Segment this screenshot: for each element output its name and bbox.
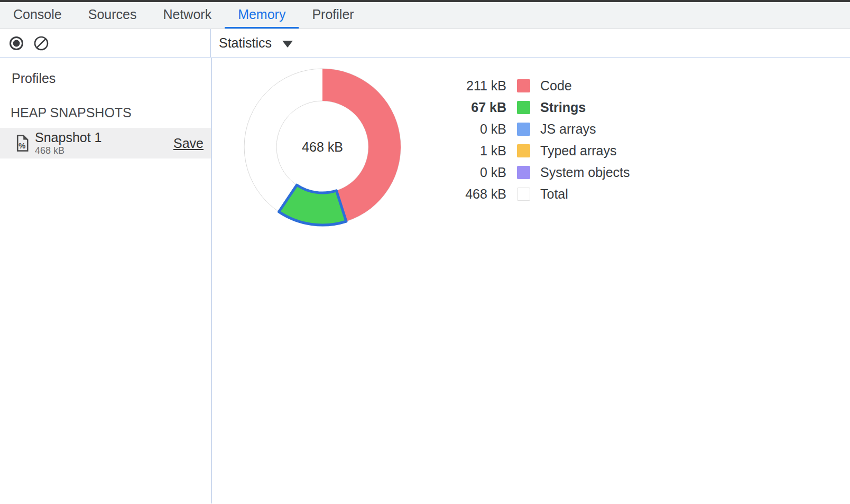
toolbar-right-section: Statistics xyxy=(211,29,850,57)
legend-size-strings: 67 kB xyxy=(454,100,506,115)
legend-row-typed-arrays[interactable]: 1 kBTyped arrays xyxy=(454,140,630,162)
legend-color-swatch-code xyxy=(517,79,530,92)
legend-label-code: Code xyxy=(540,78,572,94)
profiles-sidebar: Profiles HEAP SNAPSHOTS % Snapshot 1 468… xyxy=(0,58,212,503)
legend-color-swatch-total xyxy=(517,188,530,201)
panel-tabbar: Console Sources Network Memory Profiler xyxy=(0,2,850,29)
donut-chart[interactable] xyxy=(243,68,402,226)
heap-snapshot-file-icon: % xyxy=(16,135,29,152)
statistics-view: 468 kB 211 kBCode67 kBStrings0 kBJS arra… xyxy=(212,58,850,503)
donut-slice-strings[interactable] xyxy=(279,185,346,225)
legend-label-typed-arrays: Typed arrays xyxy=(540,143,617,158)
legend-label-total: Total xyxy=(540,186,568,202)
snapshot-size: 468 kB xyxy=(35,146,173,155)
chart-legend: 211 kBCode67 kBStrings0 kBJS arrays1 kBT… xyxy=(454,75,630,205)
memory-toolbar: Statistics xyxy=(0,29,850,58)
perspective-select-value: Statistics xyxy=(219,35,272,51)
legend-size-js-arrays: 0 kB xyxy=(454,122,506,137)
chevron-down-icon xyxy=(282,41,293,48)
save-snapshot-link[interactable]: Save xyxy=(173,136,204,151)
svg-text:%: % xyxy=(19,141,25,150)
legend-color-swatch-system-objects xyxy=(517,166,530,179)
tab-sources[interactable]: Sources xyxy=(75,2,150,29)
clear-profiles-button[interactable] xyxy=(34,36,49,51)
heap-snapshots-section-title: HEAP SNAPSHOTS xyxy=(0,105,211,120)
legend-label-system-objects: System objects xyxy=(540,165,630,180)
legend-row-code[interactable]: 211 kBCode xyxy=(454,75,630,97)
tab-network[interactable]: Network xyxy=(150,2,225,29)
panel-content: Profiles HEAP SNAPSHOTS % Snapshot 1 468… xyxy=(0,58,850,503)
tab-profiler[interactable]: Profiler xyxy=(299,2,367,29)
snapshot-text: Snapshot 1 468 kB xyxy=(35,131,173,155)
legend-size-total: 468 kB xyxy=(454,186,506,202)
legend-row-system-objects[interactable]: 0 kBSystem objects xyxy=(454,162,630,183)
legend-label-js-arrays: JS arrays xyxy=(540,122,596,137)
tab-memory[interactable]: Memory xyxy=(225,2,299,29)
legend-label-strings: Strings xyxy=(540,100,586,115)
snapshot-title: Snapshot 1 xyxy=(35,131,173,144)
legend-color-swatch-typed-arrays xyxy=(517,144,530,157)
legend-size-system-objects: 0 kB xyxy=(454,165,506,180)
perspective-select[interactable]: Statistics xyxy=(219,35,293,51)
legend-color-swatch-js-arrays xyxy=(517,123,530,136)
toolbar-left-section xyxy=(0,29,211,57)
donut-ring-outline xyxy=(276,101,368,193)
legend-size-typed-arrays: 1 kB xyxy=(454,143,506,158)
legend-size-code: 211 kB xyxy=(454,78,506,94)
legend-row-total[interactable]: 468 kBTotal xyxy=(454,183,630,205)
sidebar-title: Profiles xyxy=(0,58,211,86)
sidebar-item-snapshot-1[interactable]: % Snapshot 1 468 kB Save xyxy=(0,128,211,158)
clear-icon xyxy=(34,36,49,51)
record-heap-snapshot-button[interactable] xyxy=(9,36,24,51)
donut-chart-container: 468 kB xyxy=(243,68,402,226)
record-icon xyxy=(9,36,24,51)
legend-color-swatch-strings xyxy=(517,101,530,114)
legend-row-strings[interactable]: 67 kBStrings xyxy=(454,97,630,118)
devtools-window: Console Sources Network Memory Profiler xyxy=(0,0,850,503)
tab-console[interactable]: Console xyxy=(0,2,75,29)
legend-row-js-arrays[interactable]: 0 kBJS arrays xyxy=(454,118,630,140)
